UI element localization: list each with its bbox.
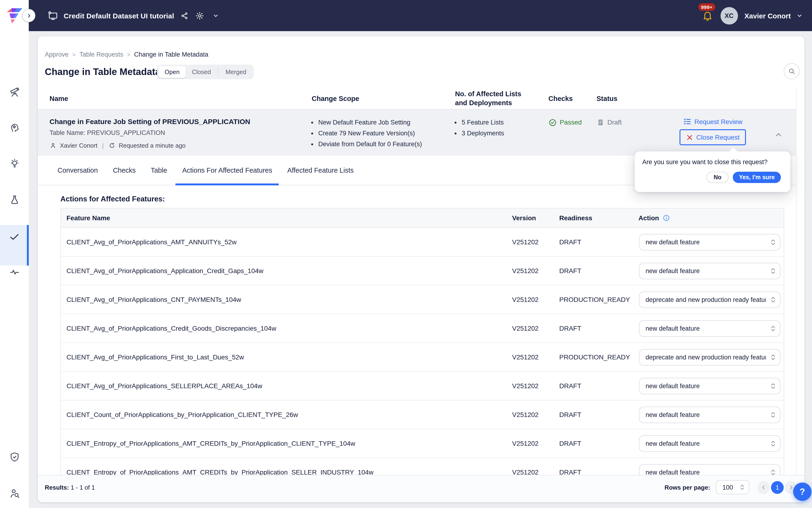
results-count: Results: 1 - 1 of 1 — [45, 480, 95, 491]
feature-version: V251202 — [512, 382, 559, 390]
main-card: Approve > Table Requests > Change in Tab… — [38, 36, 805, 502]
sidebar-item-user-search-icon[interactable] — [0, 488, 29, 499]
tab-checks[interactable]: Checks — [106, 156, 142, 185]
page-1-button[interactable]: 1 — [771, 481, 784, 494]
sidebar-item-lightbulb-icon[interactable] — [0, 158, 29, 169]
affected-item: 3 Deployments — [462, 130, 548, 137]
checks-status: Passed — [560, 118, 582, 126]
select-caret-icon — [770, 325, 776, 332]
select-caret-icon — [770, 267, 776, 274]
action-select[interactable]: deprecate and new production ready featu… — [639, 349, 780, 365]
tab-actions-for-affected-features[interactable]: Actions For Affected Features — [176, 156, 279, 185]
view-tab-open[interactable]: Open — [159, 66, 186, 78]
feature-row: CLIENT_Avg_of_PriorApplications_First_to… — [61, 343, 784, 372]
action-select[interactable]: new default feature — [639, 378, 780, 394]
workspace-header: Credit Default Dataset UI tutorial — [48, 11, 219, 20]
tab-affected-feature-lists[interactable]: Affected Feature Lists — [280, 156, 360, 185]
row-collapse-chevron-icon[interactable] — [774, 131, 783, 139]
close-request-button[interactable]: Close Request — [679, 129, 746, 145]
sidebar-item-telescope-icon[interactable] — [0, 86, 29, 98]
request-table-name: Table Name: PREVIOUS_APPLICATION — [49, 129, 312, 136]
request-title: Change in Feature Job Setting of PREVIOU… — [49, 118, 312, 125]
confirm-message: Are you sure you want to close this requ… — [642, 159, 783, 166]
features-table-header: Feature Name Version Readiness Action — [61, 209, 784, 228]
refresh-icon — [108, 142, 116, 149]
feature-name: CLIENT_Avg_of_PriorApplications_SELLERPL… — [66, 382, 512, 390]
user-menu-chevron-icon[interactable] — [797, 12, 803, 18]
feature-name: CLIENT_Avg_of_PriorApplications_Applicat… — [66, 267, 512, 274]
sidebar-expand-button[interactable] — [22, 9, 35, 22]
top-navbar: Credit Default Dataset UI tutorial — [0, 0, 812, 31]
status-badge: Draft — [607, 118, 622, 126]
breadcrumb-separator: > — [73, 51, 76, 58]
action-select[interactable]: new default feature — [639, 234, 780, 250]
column-affected: No. of Affected Lists and Deployments — [455, 90, 548, 107]
feature-version: V251202 — [512, 325, 559, 332]
close-x-icon — [686, 134, 693, 141]
affected-item: 5 Feature Lists — [462, 119, 548, 126]
feature-name: CLIENT_Avg_of_PriorApplications_AMT_ANNU… — [66, 238, 512, 246]
breadcrumb-table-requests[interactable]: Table Requests — [80, 51, 123, 58]
breadcrumb-approve[interactable]: Approve — [45, 51, 69, 58]
column-version: Version — [512, 214, 559, 222]
request-name-cell: Change in Feature Job Setting of PREVIOU… — [49, 118, 312, 149]
requester-name: Xavier Conort — [60, 142, 97, 149]
request-review-button[interactable]: Request Review — [683, 118, 742, 125]
confirm-no-button[interactable]: No — [707, 172, 728, 183]
feature-row: CLIENT_Avg_of_PriorApplications_AMT_ANNU… — [61, 228, 784, 257]
rows-per-page-select[interactable]: 100 — [716, 480, 749, 494]
workspace-monitor-icon — [48, 11, 58, 20]
feature-readiness: PRODUCTION_READY — [559, 353, 638, 361]
person-icon — [49, 142, 57, 149]
feature-row: CLIENT_Count_of_PriorApplications_by_Pri… — [61, 400, 784, 429]
action-select[interactable]: new default feature — [639, 435, 780, 452]
view-filter-segmented: Open Closed Merged — [157, 65, 254, 79]
tab-table[interactable]: Table — [144, 156, 174, 185]
user-name[interactable]: Xavier Conort — [744, 11, 791, 19]
select-caret-icon — [770, 469, 776, 476]
view-tab-closed[interactable]: Closed — [186, 66, 217, 78]
meta-divider: | — [102, 142, 104, 149]
affected-list: 5 Feature Lists 3 Deployments — [462, 119, 548, 137]
help-button[interactable]: ? — [793, 482, 812, 501]
sidebar-item-shield-check-icon[interactable] — [0, 452, 29, 463]
feature-row: CLIENT_Avg_of_PriorApplications_Credit_G… — [61, 314, 784, 343]
scroll-gutter-divider — [796, 88, 797, 475]
rows-per-page-label: Rows per page: — [664, 484, 710, 491]
sidebar-item-approve-check-icon[interactable] — [0, 231, 29, 243]
status-cell: Draft — [596, 118, 679, 126]
prev-page-button[interactable] — [757, 481, 770, 494]
feature-name: CLIENT_Count_of_PriorApplications_by_Pri… — [66, 411, 512, 418]
segmented-divider — [218, 68, 219, 76]
confirm-actions: No Yes, I'm sure — [642, 172, 783, 183]
avatar[interactable]: XC — [720, 7, 738, 24]
share-icon[interactable] — [181, 11, 189, 19]
request-actions: Request Review Close Request — [679, 118, 746, 145]
check-circle-icon — [548, 118, 557, 127]
feature-readiness: DRAFT — [559, 411, 638, 418]
settings-gear-icon[interactable] — [195, 11, 205, 20]
feature-version: V251202 — [512, 439, 559, 447]
column-feature-name: Feature Name — [66, 214, 512, 222]
feature-version: V251202 — [512, 267, 559, 274]
sidebar-item-flask-icon[interactable] — [0, 194, 29, 206]
change-scope-list: New Default Feature Job Setting Create 7… — [318, 119, 455, 147]
confirm-yes-button[interactable]: Yes, I'm sure — [733, 172, 781, 183]
search-button[interactable] — [784, 63, 800, 79]
select-caret-icon — [770, 239, 776, 246]
sidebar-item-head-gear-icon[interactable] — [0, 122, 29, 133]
feature-readiness: PRODUCTION_READY — [559, 296, 638, 303]
sidebar-item-activity-icon[interactable] — [0, 266, 29, 278]
change-scope-cell: New Default Feature Job Setting Create 7… — [312, 118, 455, 152]
info-icon[interactable] — [662, 214, 670, 222]
action-select[interactable]: new default feature — [639, 320, 780, 337]
feature-readiness: DRAFT — [559, 325, 638, 332]
user-area: 999+ XC Xavier Conort — [702, 7, 812, 24]
action-select[interactable]: new default feature — [639, 406, 780, 423]
action-select[interactable]: deprecate and new production ready featu… — [639, 291, 780, 308]
action-select[interactable]: new default feature — [639, 262, 780, 279]
workspace-menu-chevron-icon[interactable] — [213, 12, 219, 18]
tab-conversation[interactable]: Conversation — [51, 156, 104, 185]
view-tab-merged[interactable]: Merged — [220, 66, 253, 78]
notifications-bell-icon[interactable]: 999+ — [702, 10, 713, 21]
